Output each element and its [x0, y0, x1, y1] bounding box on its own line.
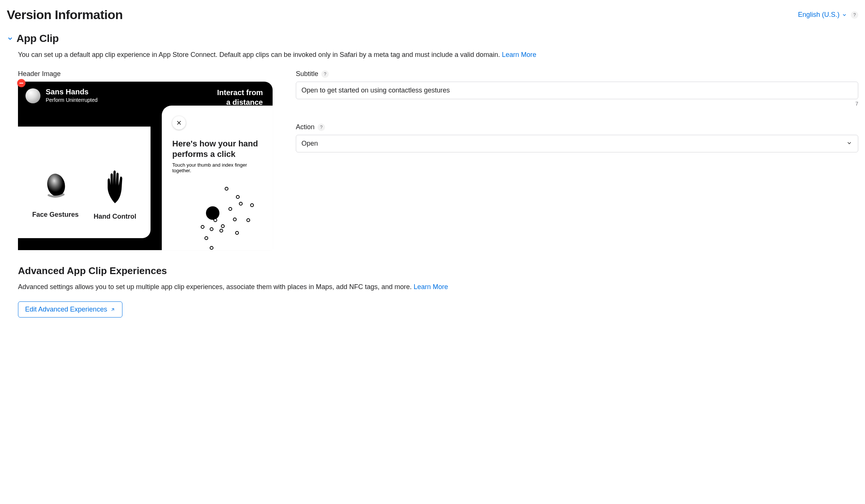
section-title-app-clip: App Clip	[16, 33, 59, 45]
header-image-preview[interactable]: Sans Hands Perform Uninterrupted Interac…	[18, 82, 273, 250]
edit-advanced-button-label: Edit Advanced Experiences	[25, 306, 107, 313]
language-label: English (U.S.)	[798, 11, 840, 19]
help-icon[interactable]: ?	[321, 70, 329, 78]
learn-more-link[interactable]: Learn More	[502, 51, 536, 58]
disclosure-chevron-icon[interactable]	[7, 35, 13, 42]
face-gestures-label: Face Gestures	[32, 211, 79, 219]
subtitle-input[interactable]	[296, 82, 858, 99]
panel-heading: Here's how your hand performs a click	[172, 139, 258, 159]
language-select[interactable]: English (U.S.)	[798, 11, 847, 19]
svg-line-3	[112, 309, 114, 311]
face-gesture-icon	[39, 169, 72, 203]
app-icon	[25, 88, 40, 103]
app-clip-description: You can set up a default app clip experi…	[18, 50, 858, 60]
app-clip-description-text: You can set up a default app clip experi…	[18, 51, 502, 58]
hand-control-label: Hand Control	[94, 213, 136, 221]
preview-app-name: Sans Hands	[46, 88, 98, 96]
subtitle-char-remaining: 7	[296, 101, 858, 107]
gesture-diagram	[172, 180, 264, 255]
learn-more-link[interactable]: Learn More	[414, 283, 448, 291]
page-title: Version Information	[7, 7, 123, 22]
help-icon[interactable]: ?	[851, 11, 858, 19]
action-select[interactable]: Open	[296, 135, 858, 152]
subtitle-label: Subtitle	[296, 70, 318, 78]
chevron-down-icon	[842, 12, 847, 18]
action-label: Action	[296, 123, 315, 131]
advanced-description-text: Advanced settings allows you to set up m…	[18, 283, 414, 291]
close-icon	[172, 116, 186, 130]
tagline-line-1: Interact from	[217, 88, 263, 97]
header-image-label: Header Image	[18, 70, 61, 78]
help-icon[interactable]: ?	[318, 124, 325, 131]
advanced-description: Advanced settings allows you to set up m…	[18, 282, 858, 292]
external-link-icon	[110, 307, 115, 312]
edit-advanced-experiences-button[interactable]: Edit Advanced Experiences	[18, 301, 122, 318]
remove-image-button[interactable]	[17, 79, 25, 87]
hand-control-icon	[100, 167, 130, 204]
preview-app-subtitle: Perform Uninterrupted	[46, 97, 98, 103]
advanced-section-title: Advanced App Clip Experiences	[18, 265, 858, 277]
panel-subtext: Touch your thumb and index finger togeth…	[172, 162, 264, 173]
